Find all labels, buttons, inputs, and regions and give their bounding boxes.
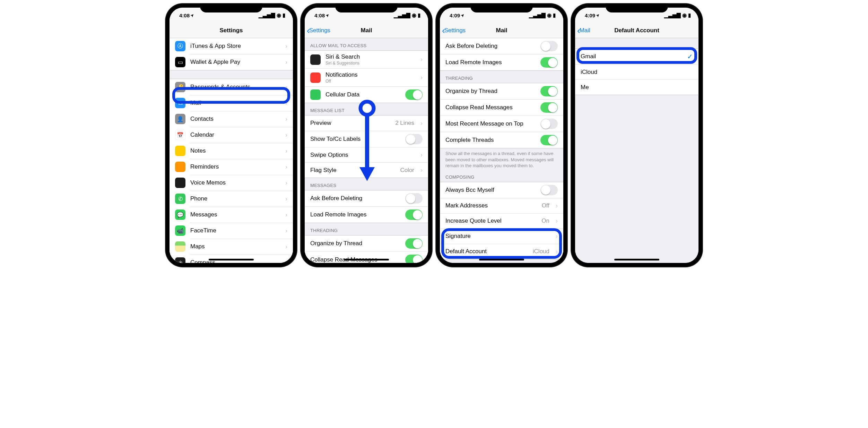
row-label: Most Recent Message on Top <box>445 120 536 127</box>
row-label: Me <box>581 84 693 91</box>
orange-icon <box>175 162 185 172</box>
toggle-switch[interactable] <box>405 238 423 249</box>
row-label: Mail <box>190 100 280 106</box>
toggle-switch[interactable] <box>405 134 423 144</box>
row-swipe-options[interactable]: Swipe Options› <box>305 147 428 162</box>
row-load-remote-images[interactable]: Load Remote Images <box>440 54 563 70</box>
row-reminders[interactable]: Reminders› <box>170 159 293 175</box>
toggle-switch[interactable] <box>540 41 558 51</box>
dark-icon <box>175 178 185 188</box>
row-maps[interactable]: Maps› <box>170 239 293 255</box>
row-notes[interactable]: Notes› <box>170 143 293 159</box>
toggle-switch[interactable] <box>405 193 423 204</box>
row-cellular-data[interactable]: Cellular Data <box>305 86 428 103</box>
row-collapse-read-messages[interactable]: Collapse Read Messages <box>305 251 428 263</box>
home-indicator[interactable] <box>479 259 524 260</box>
toggle-switch[interactable] <box>540 185 558 195</box>
maps-icon <box>175 241 185 252</box>
cell-icon <box>310 89 321 100</box>
row-sublabel: Siri & Suggestions <box>326 61 416 66</box>
back-button[interactable]: ‹ Settings <box>307 26 330 35</box>
row-contacts[interactable]: 👤Contacts› <box>170 111 293 127</box>
row-notifications[interactable]: NotificationsOff› <box>305 68 428 86</box>
mail-settings-scrolled[interactable]: Ask Before DeletingLoad Remote Images TH… <box>440 38 563 263</box>
default-account-list[interactable]: Gmail✓iCloudMe <box>575 38 698 263</box>
mail-settings[interactable]: ALLOW MAIL TO ACCESS Siri & SearchSiri &… <box>305 38 428 263</box>
row-signature[interactable]: Signature› <box>440 229 563 244</box>
toggle-switch[interactable] <box>540 102 558 113</box>
row-flag-style[interactable]: Flag StyleColor› <box>305 162 428 178</box>
toggle-switch[interactable] <box>405 209 423 220</box>
row-label: Contacts <box>190 115 280 122</box>
section-header: COMPOSING <box>440 172 563 182</box>
home-indicator[interactable] <box>344 259 389 260</box>
row-load-remote-images[interactable]: Load Remote Images <box>305 206 428 223</box>
row-gmail[interactable]: Gmail✓ <box>575 49 698 64</box>
back-button[interactable]: ‹ Settings <box>442 26 466 35</box>
row-me[interactable]: Me <box>575 79 698 95</box>
row-siri-search[interactable]: Siri & SearchSiri & Suggestions› <box>305 51 428 68</box>
location-arrow-icon: ➤ <box>595 12 601 18</box>
row-value: Color <box>400 167 414 174</box>
siri-icon <box>310 54 321 65</box>
phone-frame-2: 4:08 ➤ ▁▃▅▇ ◉ ▮ ‹ Settings Mail ALLOW MA… <box>301 3 432 267</box>
home-indicator[interactable] <box>209 259 254 260</box>
row-label: Show To/Cc Labels <box>310 136 400 143</box>
row-facetime[interactable]: 📹FaceTime› <box>170 223 293 239</box>
toggle-switch[interactable] <box>405 255 423 263</box>
toggle-switch[interactable] <box>540 57 558 68</box>
row-itunes-appstore[interactable]: Ⓐ iTunes & App Store › <box>170 38 293 54</box>
row-label: Swipe Options <box>310 152 416 159</box>
row-organize-by-thread[interactable]: Organize by Thread <box>440 83 563 99</box>
row-wallet[interactable]: ▭ Wallet & Apple Pay › <box>170 54 293 70</box>
signal-icon: ▁▃▅▇ <box>259 12 275 18</box>
row-increase-quote-level[interactable]: Increase Quote LevelOn› <box>440 213 563 229</box>
toggle-switch[interactable] <box>540 135 558 145</box>
home-indicator[interactable] <box>614 259 659 260</box>
row-collapse-read-messages[interactable]: Collapse Read Messages <box>440 99 563 115</box>
row-preview[interactable]: Preview2 Lines› <box>305 115 428 131</box>
notch <box>606 3 668 12</box>
row-messages[interactable]: 💬Messages› <box>170 207 293 223</box>
chevron-right-icon: › <box>420 56 423 63</box>
back-label: Mail <box>580 27 590 34</box>
row-label: Reminders <box>190 163 280 170</box>
toggle-switch[interactable] <box>540 86 558 96</box>
row-label: Mark Addresses <box>445 202 537 209</box>
red-cal-icon: 📅 <box>175 130 185 140</box>
back-label: Settings <box>444 27 466 34</box>
row-organize-by-thread[interactable]: Organize by Thread <box>305 236 428 251</box>
battery-icon: ▮ <box>553 12 556 18</box>
row-voice-memos[interactable]: Voice Memos› <box>170 175 293 191</box>
row-calendar[interactable]: 📅Calendar› <box>170 127 293 143</box>
screen-4: 4:09 ➤ ▁▃▅▇ ◉ ▮ ‹ Mail Default Account G… <box>575 8 698 263</box>
chevron-right-icon: › <box>556 217 558 225</box>
row-complete-threads[interactable]: Complete Threads <box>440 132 563 148</box>
row-icloud[interactable]: iCloud <box>575 64 698 79</box>
row-ask-before-deleting[interactable]: Ask Before Deleting <box>440 38 563 54</box>
row-passwords-accounts[interactable]: 🔑Passwords & Accounts› <box>170 79 293 95</box>
toggle-switch[interactable] <box>405 89 423 100</box>
row-show-to-cc-labels[interactable]: Show To/Cc Labels <box>305 131 428 147</box>
location-arrow-icon: ➤ <box>460 12 466 18</box>
row-label: Notifications <box>326 71 416 78</box>
section-header: MESSAGE LIST <box>305 103 428 115</box>
row-label: Collapse Read Messages <box>445 104 536 111</box>
row-default-account[interactable]: Default AccountiCloud› <box>440 244 563 259</box>
chevron-right-icon: › <box>285 84 287 91</box>
notch <box>470 3 533 12</box>
row-phone[interactable]: ✆Phone› <box>170 191 293 207</box>
toggle-switch[interactable] <box>540 119 558 129</box>
settings-list[interactable]: Ⓐ iTunes & App Store › ▭ Wallet & Apple … <box>170 38 293 263</box>
row-mark-addresses[interactable]: Mark AddressesOff› <box>440 198 563 213</box>
chevron-right-icon: › <box>420 151 423 159</box>
row-always-bcc-myself[interactable]: Always Bcc Myself <box>440 182 563 198</box>
chevron-right-icon: › <box>285 243 287 250</box>
back-button[interactable]: ‹ Mail <box>577 26 590 35</box>
row-ask-before-deleting[interactable]: Ask Before Deleting <box>305 190 428 206</box>
nav-bar: ‹ Settings Mail <box>440 23 563 38</box>
row-most-recent-message-on-top[interactable]: Most Recent Message on Top <box>440 115 563 132</box>
row-label: Maps <box>190 243 280 250</box>
compass-icon: ✳ <box>175 257 185 263</box>
row-mail[interactable]: ✉Mail› <box>170 95 293 111</box>
